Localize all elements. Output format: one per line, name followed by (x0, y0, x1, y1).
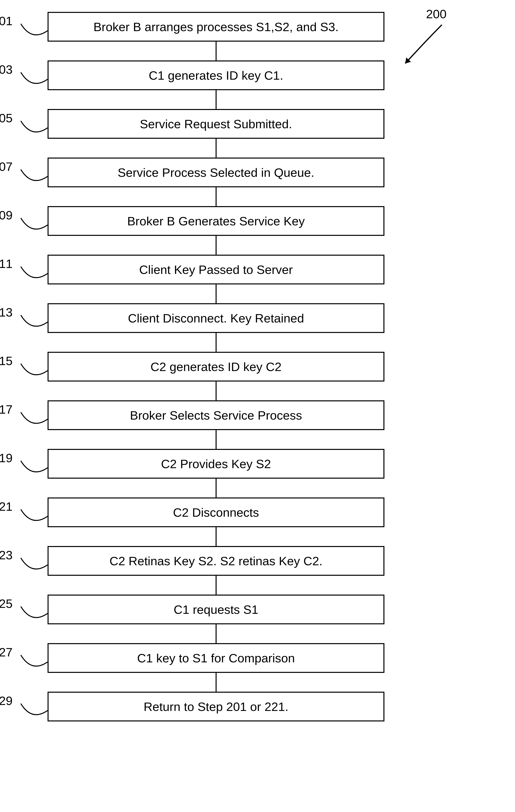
connector (216, 624, 217, 643)
connector (216, 576, 217, 594)
figure-arrow (394, 23, 446, 72)
step-box: Client Key Passed to Server (48, 255, 385, 284)
step-number: 229 (0, 694, 12, 708)
label-connector-icon (20, 654, 50, 676)
label-connector-icon (20, 217, 50, 239)
step-number: 209 (0, 208, 12, 222)
label-connector-icon (20, 509, 50, 530)
label-connector-icon (20, 314, 50, 336)
step-number: 203 (0, 62, 12, 77)
connector (216, 333, 217, 352)
step-number: 215 (0, 354, 12, 368)
step-number: 213 (0, 305, 12, 319)
step-box: Return to Step 201 or 221. (48, 692, 385, 721)
step-number: 217 (0, 402, 12, 416)
step-box: Broker B arranges processes S1,S2, and S… (48, 12, 385, 41)
step-row: 227 C1 key to S1 for Comparison (48, 643, 385, 673)
step-box: Client Disconnect. Key Retained (48, 303, 385, 333)
label-connector-icon (20, 460, 50, 482)
connector (216, 90, 217, 109)
step-row: 213 Client Disconnect. Key Retained (48, 303, 385, 333)
step-box: C2 generates ID key C2 (48, 352, 385, 381)
step-row: 211 Client Key Passed to Server (48, 255, 385, 284)
connector (216, 478, 217, 497)
step-box: C2 Provides Key S2 (48, 449, 385, 478)
label-connector-icon (20, 120, 50, 142)
step-row: 229 Return to Step 201 or 221. (48, 692, 385, 721)
connector (216, 187, 217, 206)
label-connector-icon (20, 606, 50, 627)
step-number: 223 (0, 548, 12, 562)
connector (216, 673, 217, 692)
step-row: 207 Service Process Selected in Queue. (48, 157, 385, 187)
figure-number: 200 (426, 7, 447, 21)
step-number: 227 (0, 645, 12, 659)
step-box: Service Request Submitted. (48, 109, 385, 139)
step-box: Service Process Selected in Queue. (48, 157, 385, 187)
step-box: C2 Disconnects (48, 497, 385, 527)
label-connector-icon (20, 23, 50, 45)
label-connector-icon (20, 169, 50, 190)
connector (216, 41, 217, 60)
label-connector-icon (20, 363, 50, 384)
label-connector-icon (20, 411, 50, 433)
step-row: 203 C1 generates ID key C1. (48, 60, 385, 90)
step-row: 209 Broker B Generates Service Key (48, 206, 385, 236)
step-box: C1 requests S1 (48, 594, 385, 624)
step-number: 211 (0, 257, 12, 271)
step-row: 205 Service Request Submitted. (48, 109, 385, 139)
step-row: 217 Broker Selects Service Process (48, 400, 385, 430)
connector (216, 139, 217, 157)
step-number: 219 (0, 451, 12, 465)
label-connector-icon (20, 557, 50, 579)
step-box: C2 Retinas Key S2. S2 retinas Key C2. (48, 546, 385, 576)
step-row: 219 C2 Provides Key S2 (48, 449, 385, 478)
step-row: 223 C2 Retinas Key S2. S2 retinas Key C2… (48, 546, 385, 576)
step-box: Broker B Generates Service Key (48, 206, 385, 236)
label-connector-icon (20, 71, 50, 93)
connector (216, 527, 217, 546)
step-row: 201 Broker B arranges processes S1,S2, a… (48, 12, 385, 41)
connector (216, 284, 217, 303)
step-row: 225 C1 requests S1 (48, 594, 385, 624)
connector (216, 430, 217, 449)
step-row: 221 C2 Disconnects (48, 497, 385, 527)
step-number: 205 (0, 111, 12, 125)
step-box: Broker Selects Service Process (48, 400, 385, 430)
step-number: 225 (0, 597, 12, 611)
label-connector-icon (20, 703, 50, 724)
label-connector-icon (20, 266, 50, 287)
step-box: C1 generates ID key C1. (48, 60, 385, 90)
step-number: 207 (0, 160, 12, 174)
flowchart-container: 200 201 Broker B arranges processes S1,S… (48, 12, 385, 721)
step-box: C1 key to S1 for Comparison (48, 643, 385, 673)
step-row: 215 C2 generates ID key C2 (48, 352, 385, 381)
connector (216, 381, 217, 400)
connector (216, 236, 217, 255)
step-number: 201 (0, 14, 12, 28)
step-number: 221 (0, 499, 12, 514)
